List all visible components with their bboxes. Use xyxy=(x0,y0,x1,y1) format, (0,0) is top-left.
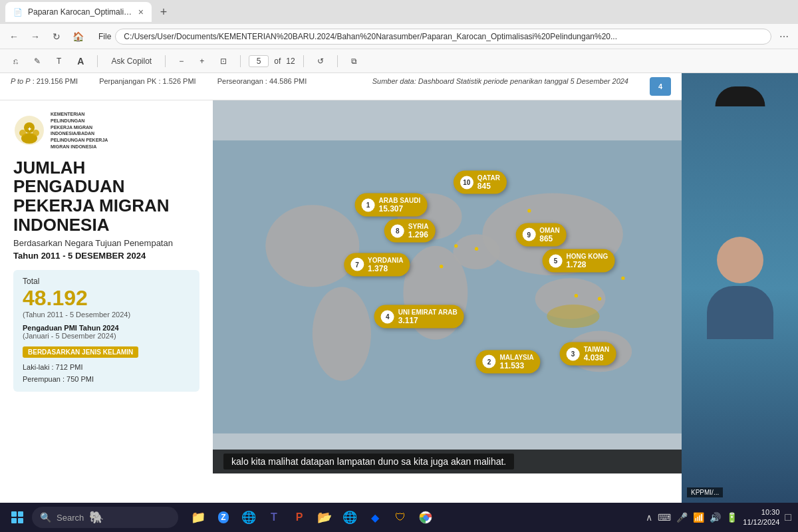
stats-box: Total 48.192 (Tahun 2011 - 5 Desember 20… xyxy=(13,270,200,392)
taskbar-app-teams[interactable]: T xyxy=(262,505,286,529)
explorer-icon: 📂 xyxy=(317,510,332,525)
pin-qatar: 10QATAR845 xyxy=(454,171,507,194)
pin-value: 1.728 xyxy=(567,260,608,269)
taskbar-app-dropbox[interactable]: ◆ xyxy=(363,505,387,529)
svg-point-3 xyxy=(19,130,26,136)
clock-time: 10:30 xyxy=(743,507,779,517)
pin-rank: 4 xyxy=(381,310,394,323)
zoom-icon: Z xyxy=(218,511,228,523)
pin-rank: 1 xyxy=(362,198,375,211)
font-button[interactable]: A xyxy=(72,55,89,68)
notification-icon[interactable]: □ xyxy=(783,510,793,525)
search-animal-icon: 🐘 xyxy=(89,510,104,525)
settings-button[interactable]: ⋯ xyxy=(775,28,793,45)
refresh-button[interactable]: ↻ xyxy=(48,28,65,45)
subtitle-banner: kalo kita malihat datapan lampatan duno … xyxy=(213,450,682,473)
volume-icon[interactable]: 🔊 xyxy=(708,511,722,524)
page-sep: of xyxy=(274,57,281,66)
ask-copilot-button[interactable]: Ask Copilot xyxy=(106,55,157,67)
taskbar-app-edge[interactable]: 🌐 xyxy=(237,505,261,529)
tab-title: Paparan Karocan_Optimalisasi Pe... xyxy=(28,7,133,17)
ppk-val: : 1.526 PMI xyxy=(158,77,196,85)
battery-icon[interactable]: 🔋 xyxy=(725,511,739,524)
chrome-icon: 🌐 xyxy=(342,510,357,525)
annotate-icon: ✎ xyxy=(34,57,41,66)
taskbar-search[interactable]: 🔍 Search 🐘 xyxy=(32,507,178,528)
rotate-button[interactable]: ↺ xyxy=(312,55,329,67)
undo-button[interactable]: ⎌ xyxy=(8,55,23,67)
fit-button[interactable]: ⊡ xyxy=(215,55,232,67)
sys-icons: ∧ ⌨ 🎤 📶 🔊 🔋 xyxy=(644,511,739,524)
search-icon: 🔍 xyxy=(40,512,51,523)
pin-value: 11.533 xyxy=(499,360,533,370)
view-button[interactable]: ⧉ xyxy=(346,55,362,67)
separator xyxy=(240,55,241,67)
pin-rank: 2 xyxy=(482,355,495,368)
current-page-input[interactable]: 5 xyxy=(249,55,269,67)
pin-rank: 5 xyxy=(549,254,563,267)
ppk-key: Perpanjangan PK xyxy=(99,77,156,85)
teams-icon: T xyxy=(271,511,277,523)
taskbar-app-powerpoint[interactable]: P xyxy=(287,505,311,529)
keyboard-icon[interactable]: ⌨ xyxy=(656,511,672,524)
svg-point-4 xyxy=(33,130,39,136)
separator xyxy=(97,55,98,67)
video-label: KPPMI/... xyxy=(687,487,723,497)
chevron-up-icon[interactable]: ∧ xyxy=(644,511,654,524)
pin-rank: 7 xyxy=(350,258,364,271)
forward-button[interactable]: → xyxy=(27,28,44,45)
pin-oman: 9OMAN865 xyxy=(515,223,567,246)
wifi-icon[interactable]: 📶 xyxy=(692,511,706,524)
new-tab-button[interactable]: + xyxy=(154,3,173,21)
taskbar-app-google-chrome[interactable] xyxy=(414,505,438,529)
annotate-button[interactable]: ✎ xyxy=(29,55,46,67)
left-panel: ✦ KEMENTERIANPELINDUNGANPEKERJA MIGRANIN… xyxy=(0,100,213,473)
pin-value: 3.117 xyxy=(398,316,458,325)
page-badge: 4 xyxy=(650,77,671,96)
slide-main-title: JUMLAH PENGADUAN PEKERJA MIGRAN INDONESI… xyxy=(13,158,200,234)
taskbar-app-chrome[interactable]: 🌐 xyxy=(338,505,362,529)
taskbar-right: ∧ ⌨ 🎤 📶 🔊 🔋 10:30 11/12/2024 □ xyxy=(644,507,793,528)
prs-key: Perseorangan xyxy=(217,77,263,85)
jenis-badge: BERDASARKAN JENIS KELAMIN xyxy=(23,346,138,358)
taskbar: 🔍 Search 🐘 📁 Z 🌐 T P 📂 🌐 ◆ 🛡 xyxy=(0,503,798,532)
tab-bar: 📄 Paparan Karocan_Optimalisasi Pe... × + xyxy=(0,0,798,24)
home-button[interactable]: 🏠 xyxy=(69,28,86,45)
windows-icon xyxy=(11,511,23,523)
taskbar-app-zoom[interactable]: Z xyxy=(211,505,235,529)
pins-container: 1ARAB SAUDI15.3072MALAYSIA11.5333TAIWAN4… xyxy=(213,100,682,473)
pin-country-name: SYRIA xyxy=(408,223,429,230)
svg-text:✦: ✦ xyxy=(27,126,32,132)
pin-hong-kong: 5HONG KONG1.728 xyxy=(543,249,615,273)
start-button[interactable] xyxy=(5,505,29,529)
zoom-in-button[interactable]: + xyxy=(194,55,209,67)
total-period: (Tahun 2011 - 5 Desember 2024) xyxy=(23,311,190,319)
shield-icon: 🛡 xyxy=(395,511,406,523)
pin-rank: 8 xyxy=(391,224,404,237)
source-note: Sumber data: Dashboard Statistik periode… xyxy=(372,77,628,85)
edge-icon: 🌐 xyxy=(241,510,256,525)
taskbar-app-explorer[interactable]: 📂 xyxy=(313,505,336,529)
slide-content: ✦ KEMENTERIANPELINDUNGANPEKERJA MIGRANIN… xyxy=(0,100,682,473)
mic-icon[interactable]: 🎤 xyxy=(675,511,689,524)
pin-rank: 3 xyxy=(567,347,580,360)
pin-rank: 9 xyxy=(522,228,535,241)
text-icon: T xyxy=(57,57,61,66)
pin-syria: 8SYRIA1.296 xyxy=(384,219,436,243)
time-area[interactable]: 10:30 11/12/2024 xyxy=(743,507,779,528)
active-tab[interactable]: 📄 Paparan Karocan_Optimalisasi Pe... × xyxy=(5,2,152,22)
tab-close-button[interactable]: × xyxy=(138,7,144,17)
taskbar-app-files[interactable]: 📁 xyxy=(186,505,210,529)
slide-subtitle: Berdasarkan Negara Tujuan Penempatan xyxy=(13,238,200,248)
pin-country-name: UNI EMIRAT ARAB xyxy=(398,309,458,316)
pdf-slide: P to P : 219.156 PMI Perpanjangan PK : 1… xyxy=(0,73,682,503)
zoom-out-button[interactable]: − xyxy=(174,55,189,67)
subtitle-text: kalo kita malihat datapan lampatan duno … xyxy=(223,454,514,469)
url-field[interactable]: C:/Users/User/Documents/KEMENTERIAN%20BA… xyxy=(115,29,771,45)
pin-value: 4.038 xyxy=(584,353,610,362)
pin-value: 845 xyxy=(477,182,500,191)
taskbar-app-shield[interactable]: 🛡 xyxy=(388,505,412,529)
gender-laki: Laki-laki : 712 PMI xyxy=(23,362,190,374)
back-button[interactable]: ← xyxy=(5,28,23,45)
text-button[interactable]: T xyxy=(51,55,66,67)
